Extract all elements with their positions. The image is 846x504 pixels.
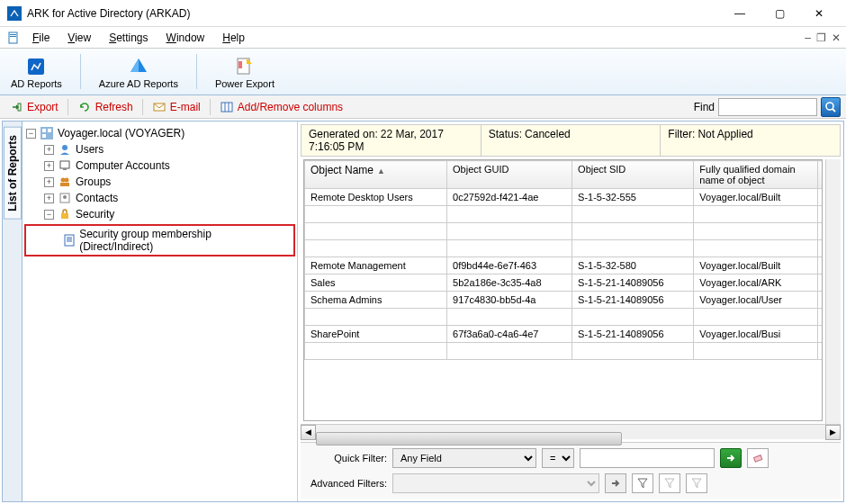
quick-filter-field[interactable]: Any Field: [392, 448, 536, 468]
collapse-icon[interactable]: −: [26, 129, 36, 139]
menu-window[interactable]: Window: [159, 30, 212, 46]
filter-button-1[interactable]: [632, 473, 653, 493]
menu-file-label: ile: [39, 32, 50, 44]
power-export-button[interactable]: Power Export: [210, 50, 280, 93]
cell-fqdn: [694, 206, 817, 223]
cell-sid: [572, 206, 694, 223]
svg-rect-17: [48, 129, 51, 132]
arrow-right-icon: [609, 477, 622, 490]
computer-icon: [58, 158, 72, 173]
svg-rect-2: [10, 34, 16, 35]
tree-computer-accounts[interactable]: + Computer Accounts: [24, 158, 295, 174]
cell-members: adminuser1: [817, 309, 823, 326]
scroll-thumb[interactable]: [316, 432, 622, 446]
tree-security[interactable]: − Security: [24, 206, 295, 222]
vertical-scrollbar[interactable]: [825, 159, 841, 424]
expand-icon[interactable]: +: [44, 145, 54, 155]
scroll-right-button[interactable]: ▶: [825, 425, 841, 440]
search-icon: [824, 101, 837, 113]
filter-button-2[interactable]: [659, 473, 680, 493]
tree-security-group-membership[interactable]: Security group membership (Direct/Indire…: [24, 224, 295, 256]
lock-icon: [58, 207, 72, 221]
tree-contacts[interactable]: + Contacts: [24, 190, 295, 206]
cell-fqdn: Voyager.local/Built: [694, 257, 817, 274]
maximize-button[interactable]: ▢: [760, 0, 799, 27]
list-of-reports-tab[interactable]: List of Reports: [4, 127, 22, 220]
svg-marker-6: [130, 58, 139, 72]
cell-name: Schema Admins: [305, 292, 447, 309]
cell-members: Designers: [817, 343, 823, 360]
tree-root[interactable]: − Voyager.local (VOYAGER): [24, 125, 295, 141]
svg-rect-18: [42, 134, 46, 138]
collapse-icon[interactable]: −: [44, 210, 54, 220]
table-row[interactable]: Sales5b2a186e-3c35-4a8S-1-5-21-14089056V…: [305, 274, 824, 292]
quick-filter-clear-button[interactable]: [747, 448, 769, 468]
quick-filter-op[interactable]: =: [542, 448, 574, 468]
find-input[interactable]: [718, 98, 817, 116]
col-fqdn[interactable]: Fully qualified domain name of object: [694, 161, 817, 189]
table-row[interactable]: spapppool3_sp13-User: [305, 223, 824, 240]
funnel-icon: [691, 478, 702, 489]
mdi-close-icon[interactable]: ✕: [832, 32, 841, 44]
expand-icon[interactable]: +: [44, 177, 54, 187]
mdi-restore-icon[interactable]: ❐: [816, 32, 826, 44]
table-row[interactable]: DesignersSecurity Grou: [305, 343, 824, 360]
close-button[interactable]: ✕: [799, 0, 839, 27]
tree-groups[interactable]: + Groups: [24, 174, 295, 190]
filter-button-3[interactable]: [686, 473, 707, 493]
status-cell: Status: Canceled: [482, 125, 662, 156]
menu-settings[interactable]: Settings: [102, 30, 155, 46]
quick-filter-apply-button[interactable]: [720, 448, 742, 468]
cell-guid: [447, 309, 572, 326]
cell-guid: [447, 206, 572, 223]
advanced-filters-label: Advanced Filters:: [306, 478, 387, 489]
find-button[interactable]: [821, 97, 841, 117]
advanced-filter-apply-button[interactable]: [605, 473, 626, 493]
menu-help[interactable]: Help: [215, 30, 252, 46]
col-members[interactable]: Members: [817, 161, 823, 189]
azure-ad-reports-button[interactable]: Azure AD Reports: [94, 50, 184, 93]
cell-sid: [572, 240, 694, 257]
expand-icon[interactable]: +: [44, 194, 54, 203]
col-object-guid[interactable]: Object GUID: [447, 161, 572, 189]
expand-icon[interactable]: +: [44, 161, 54, 171]
cell-members: spapppool3_sp13-: [817, 257, 823, 274]
quick-filter-value[interactable]: [580, 448, 715, 468]
tree-view[interactable]: − Voyager.local (VOYAGER) + Users + Comp…: [22, 122, 298, 501]
mdi-minimize-icon[interactable]: –: [805, 32, 811, 44]
refresh-button[interactable]: Refresh: [74, 98, 137, 116]
table-row[interactable]: Schema Admins917c4830-bb5d-4aS-1-5-21-14…: [305, 292, 824, 309]
svg-rect-0: [9, 8, 20, 19]
advanced-filter-select[interactable]: [392, 473, 599, 493]
cell-name: Remote Desktop Users: [305, 189, 447, 206]
svg-rect-10: [221, 103, 232, 112]
col-object-name[interactable]: Object Name▲: [305, 161, 447, 189]
svg-rect-16: [42, 129, 46, 132]
email-button[interactable]: E-mail: [148, 98, 204, 116]
refresh-icon: [77, 100, 92, 114]
horizontal-scrollbar[interactable]: ◀ ▶: [301, 424, 841, 439]
col-object-sid[interactable]: Object SID: [572, 161, 694, 189]
export-button[interactable]: Export: [5, 98, 62, 116]
table-row[interactable]: adminuser1User: [305, 309, 824, 326]
tree-users[interactable]: + Users: [24, 141, 295, 158]
table-row[interactable]: Remote Desktop Users0c27592d-f421-4aeS-1…: [305, 189, 824, 206]
scroll-left-button[interactable]: ◀: [301, 425, 316, 440]
new-doc-icon[interactable]: [5, 30, 22, 46]
minimize-button[interactable]: —: [720, 0, 760, 27]
funnel-icon: [637, 478, 648, 489]
table-row[interactable]: Kalu G. JonesUser: [305, 240, 824, 257]
cell-sid: [572, 343, 694, 360]
menu-view[interactable]: View: [60, 30, 98, 46]
cell-fqdn: Voyager.local/Busi: [694, 326, 817, 343]
table-row[interactable]: SharePoint67f3a6a0-c4a6-4e7S-1-5-21-1408…: [305, 326, 824, 343]
data-grid[interactable]: Object Name▲ Object GUID Object SID Full…: [303, 159, 823, 421]
add-remove-columns-button[interactable]: Add/Remove columns: [216, 98, 346, 116]
menu-file[interactable]: File: [25, 30, 57, 46]
cell-name: Remote Management: [305, 257, 447, 274]
cell-sid: S-1-5-32-555: [572, 189, 694, 206]
table-row[interactable]: Remote Management0f9bd44e-6e7f-463S-1-5-…: [305, 257, 824, 274]
table-row[interactable]: adminuser3User: [305, 206, 824, 223]
ad-reports-button[interactable]: AD Reports: [5, 50, 68, 93]
app-icon: [7, 6, 22, 21]
